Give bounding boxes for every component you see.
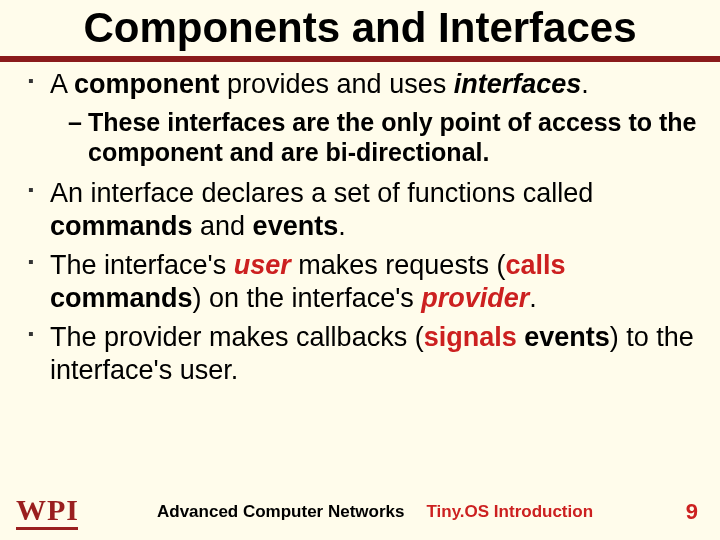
kw-events: events — [253, 211, 339, 241]
text: . — [581, 69, 589, 99]
text: . — [529, 283, 537, 313]
kw-component: component — [74, 69, 220, 99]
logo-w: W — [16, 495, 46, 525]
text: An interface declares a set of functions… — [50, 178, 593, 208]
kw-signals: signals — [424, 322, 517, 352]
kw-commands-2: commands — [50, 283, 193, 313]
slide-body: A component provides and uses interfaces… — [0, 68, 720, 387]
text: provides and uses — [220, 69, 454, 99]
slide-title: Components and Interfaces — [0, 4, 720, 54]
kw-provider: provider — [421, 283, 529, 313]
wpi-logo: WPI — [16, 495, 78, 530]
kw-calls: calls — [505, 250, 565, 280]
title-bar: Components and Interfaces — [0, 0, 720, 62]
sub-list: These interfaces are the only point of a… — [50, 107, 698, 167]
text: A — [50, 69, 74, 99]
bullet-1: A component provides and uses interfaces… — [22, 68, 698, 167]
footer-center: Advanced Computer Networks Tiny.OS Intro… — [78, 502, 672, 522]
sub-bullet-1: These interfaces are the only point of a… — [68, 107, 698, 167]
page-number: 9 — [672, 499, 698, 525]
text: ) on the interface's — [193, 283, 422, 313]
logo-p: P — [47, 495, 65, 525]
text: The interface's — [50, 250, 234, 280]
bullet-3: The interface's user makes requests (cal… — [22, 249, 698, 315]
kw-interfaces: interfaces — [454, 69, 582, 99]
logo-i: I — [66, 495, 78, 525]
text: The provider makes callbacks ( — [50, 322, 424, 352]
slide: Components and Interfaces A component pr… — [0, 0, 720, 540]
footer: WPI Advanced Computer Networks Tiny.OS I… — [0, 492, 720, 532]
text: makes requests ( — [291, 250, 506, 280]
kw-events-2: events — [524, 322, 610, 352]
bullet-list: A component provides and uses interfaces… — [22, 68, 698, 387]
text: and — [193, 211, 253, 241]
footer-text-2: Tiny.OS Introduction — [426, 502, 593, 522]
text: . — [338, 211, 346, 241]
bullet-2: An interface declares a set of functions… — [22, 177, 698, 243]
bullet-4: The provider makes callbacks (signals ev… — [22, 321, 698, 387]
kw-user: user — [234, 250, 291, 280]
footer-text-1: Advanced Computer Networks — [157, 502, 405, 522]
kw-commands: commands — [50, 211, 193, 241]
